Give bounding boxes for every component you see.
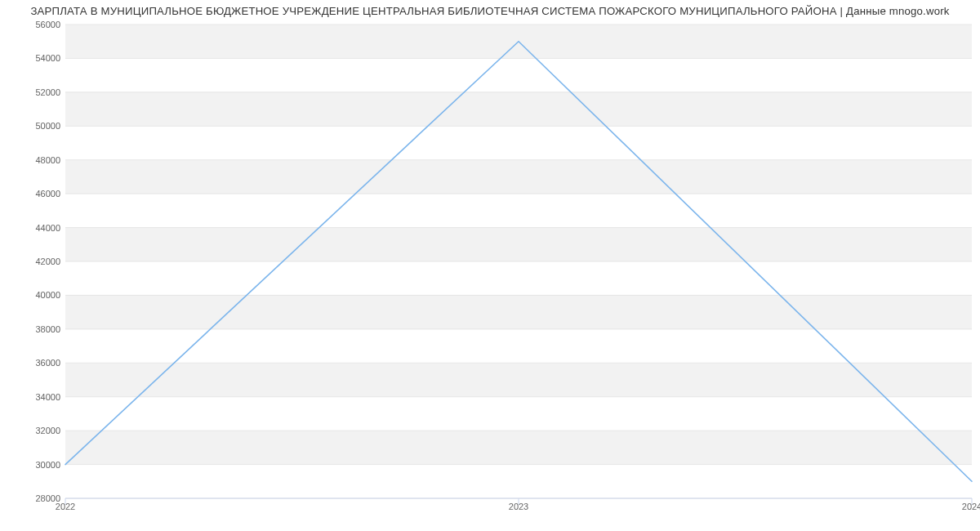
y-tick-label: 28000 [11,493,60,503]
x-tick-label: 2024 [962,502,980,511]
svg-rect-11 [65,92,972,126]
svg-rect-8 [65,194,972,227]
x-tick-label: 2022 [56,502,75,511]
y-tick-label: 46000 [11,189,60,199]
svg-rect-0 [65,465,972,498]
svg-rect-2 [65,397,972,431]
svg-rect-10 [65,126,972,159]
svg-rect-1 [65,431,972,464]
y-tick-label: 52000 [11,87,60,97]
svg-rect-3 [65,363,972,396]
svg-rect-5 [65,295,972,328]
y-tick-label: 50000 [11,121,60,131]
y-tick-label: 36000 [11,358,60,368]
chart-svg [65,25,972,498]
y-tick-label: 34000 [11,392,60,402]
svg-rect-9 [65,160,972,194]
y-tick-label: 42000 [11,257,60,266]
x-tick-label: 2023 [509,502,528,511]
svg-rect-12 [65,58,972,91]
y-tick-label: 38000 [11,324,60,334]
y-tick-label: 48000 [11,155,60,165]
line-chart: ЗАРПЛАТА В МУНИЦИПАЛЬНОЕ БЮДЖЕТНОЕ УЧРЕЖ… [0,0,980,531]
y-tick-label: 32000 [11,426,60,435]
plot-area [65,25,972,498]
chart-title: ЗАРПЛАТА В МУНИЦИПАЛЬНОЕ БЮДЖЕТНОЕ УЧРЕЖ… [0,5,980,17]
y-tick-label: 54000 [11,53,60,63]
svg-rect-4 [65,329,972,363]
svg-rect-6 [65,261,972,295]
y-tick-label: 40000 [11,290,60,300]
y-tick-label: 30000 [11,460,60,470]
y-tick-label: 56000 [11,20,60,29]
svg-rect-7 [65,228,972,261]
y-tick-label: 44000 [11,223,60,233]
